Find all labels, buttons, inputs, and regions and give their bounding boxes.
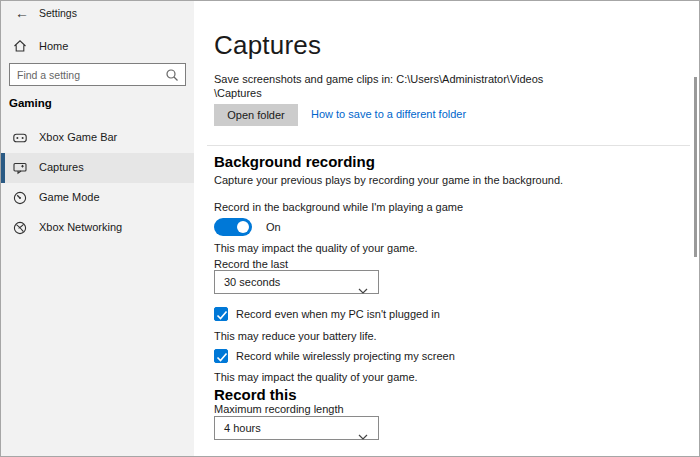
vertical-scrollbar-thumb[interactable] — [694, 77, 697, 257]
save-different-folder-link[interactable]: How to save to a different folder — [311, 108, 466, 120]
toggle-note: This may impact the quality of your game… — [214, 242, 418, 254]
checkbox-checked-icon[interactable] — [214, 307, 228, 321]
checkbox-label: Record even when my PC isn't plugged in — [236, 308, 440, 320]
open-folder-button[interactable]: Open folder — [214, 104, 298, 126]
sidebar-section-gaming: Gaming — [9, 97, 52, 109]
sidebar-item-captures[interactable]: Captures — [1, 153, 194, 183]
background-recording-description: Capture your previous plays by recording… — [214, 174, 563, 186]
sidebar-item-xbox-networking[interactable]: Xbox Networking — [1, 213, 194, 243]
max-recording-length-dropdown[interactable]: 4 hours — [214, 416, 379, 440]
sidebar-item-label: Xbox Game Bar — [39, 131, 117, 143]
save-location-text: Save screenshots and game clips in: C:\U… — [214, 73, 543, 85]
xbox-networking-icon — [13, 221, 27, 239]
captures-icon — [13, 161, 27, 179]
record-last-label: Record the last — [214, 258, 288, 270]
max-recording-length-label: Maximum recording length — [214, 403, 344, 415]
main-content: Captures Save screenshots and game clips… — [194, 1, 699, 456]
page-title: Captures — [214, 30, 321, 61]
record-last-dropdown[interactable]: 30 seconds — [214, 270, 379, 294]
quality-note: This may impact the quality of your game… — [214, 371, 418, 383]
sidebar-item-label: Game Mode — [39, 191, 100, 203]
toggle-state-text: On — [266, 221, 281, 233]
checkbox-checked-icon[interactable] — [214, 349, 228, 363]
toggle-knob — [237, 221, 249, 233]
selected-accent-bar — [1, 153, 5, 183]
sidebar-item-xbox-game-bar[interactable]: Xbox Game Bar — [1, 123, 194, 153]
save-location-text-line2: \Captures — [214, 87, 262, 99]
search-box — [9, 63, 186, 86]
section-divider — [207, 145, 690, 146]
chevron-down-icon — [358, 426, 368, 444]
record-this-heading: Record this — [214, 386, 297, 403]
search-icon[interactable] — [165, 68, 179, 86]
record-background-toggle-label: Record in the background while I'm playi… — [214, 201, 463, 213]
sidebar-item-game-mode[interactable]: Game Mode — [1, 183, 194, 213]
max-recording-length-value: 4 hours — [224, 422, 261, 434]
sidebar-item-label: Captures — [39, 161, 84, 173]
record-background-toggle[interactable] — [214, 218, 252, 236]
checkbox-label: Record while wirelessly projecting my sc… — [236, 350, 455, 362]
background-recording-heading: Background recording — [214, 153, 375, 170]
game-mode-icon — [13, 191, 27, 209]
sidebar: ← Settings Home Gaming Xbox Game Bar — [1, 1, 194, 456]
home-icon — [13, 39, 27, 57]
chevron-down-icon — [358, 280, 368, 298]
settings-window: ← Settings Home Gaming Xbox Game Bar — [0, 0, 700, 457]
record-last-value: 30 seconds — [224, 276, 280, 288]
game-bar-icon — [13, 131, 27, 149]
sidebar-item-label: Xbox Networking — [39, 221, 122, 233]
battery-note: This may reduce your battery life. — [214, 330, 377, 342]
back-icon[interactable]: ← — [11, 3, 33, 23]
settings-title: Settings — [39, 7, 77, 19]
sidebar-item-home[interactable]: Home — [1, 34, 194, 60]
search-input[interactable] — [17, 64, 165, 85]
sidebar-item-label: Home — [39, 40, 68, 52]
